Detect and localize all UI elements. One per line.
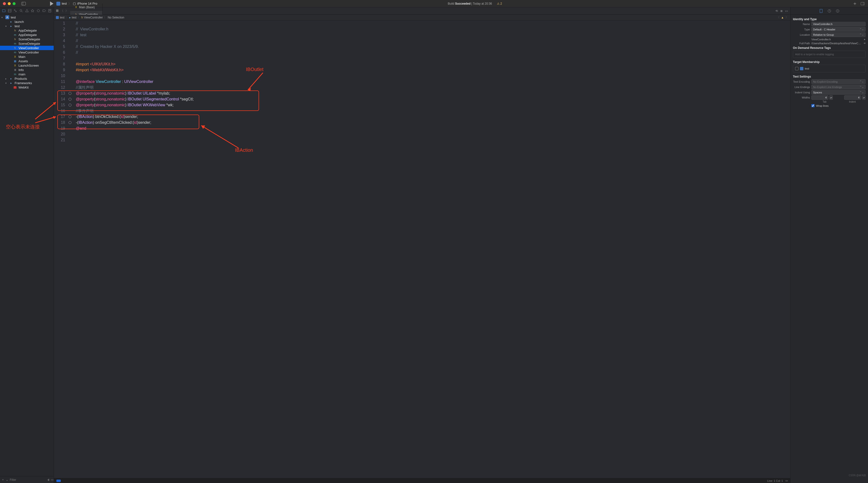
window-titlebar: test 〉 ▢ iPhone 14 Pro Build Succeeded |… xyxy=(0,0,868,7)
editor-tab-bar: ▦ 〈 〉 XMain (Base)hViewController ⟲ ≣ ▭ xyxy=(54,7,790,15)
svg-rect-0 xyxy=(22,2,26,5)
indent-width-stepper[interactable]: ▴▾ xyxy=(862,95,866,100)
issue-navigator-tab[interactable] xyxy=(25,9,29,12)
cursor-position: Line: 1 Col: 1 xyxy=(767,479,783,482)
minimize-window-button[interactable] xyxy=(8,2,11,5)
widths-label: Widths xyxy=(793,96,810,99)
jump-issue-icon[interactable]: ▲ xyxy=(781,16,784,19)
jump-seg-2[interactable]: ViewController xyxy=(84,16,103,19)
annotation-unconnected-label: 空心表示未连接 xyxy=(6,123,40,130)
fullpath-value: /Users/hackerx/Desktop/test/test/ViewCon… xyxy=(811,42,862,45)
add-files-button[interactable]: ＋ xyxy=(1,478,4,482)
tree-item-products[interactable]: ▸▸Products xyxy=(0,76,54,81)
tree-item-viewcontroller[interactable]: mViewController xyxy=(0,50,54,55)
help-inspector-tab[interactable]: ? xyxy=(836,9,840,13)
tree-root[interactable]: ▾Atest xyxy=(0,15,54,20)
fullpath-label: Full Path xyxy=(793,42,810,45)
tab-width-field[interactable]: 4 xyxy=(811,95,828,100)
tree-item-appdelegate[interactable]: mAppDelegate xyxy=(0,33,54,37)
project-tree[interactable]: ▾Atest▸launch▾▸testhAppDelegatemAppDeleg… xyxy=(0,14,54,476)
connection-indicator[interactable] xyxy=(68,104,71,107)
target-checkbox[interactable] xyxy=(795,67,799,70)
jump-app-icon xyxy=(56,16,59,19)
type-select[interactable]: Default - C Header⌃⌄ xyxy=(811,27,866,32)
source-control-tab[interactable] xyxy=(8,9,12,12)
add-tab-button[interactable]: ＋ xyxy=(852,0,857,7)
connection-indicator[interactable] xyxy=(68,98,71,101)
textsettings-section-title: Text Settings xyxy=(793,75,866,78)
connection-indicator[interactable] xyxy=(68,115,71,118)
wrap-lines-checkbox[interactable] xyxy=(811,104,814,107)
tree-item-main[interactable]: XMain xyxy=(0,55,54,59)
tree-item-appdelegate[interactable]: hAppDelegate xyxy=(0,28,54,33)
jump-next-icon[interactable]: 〉 xyxy=(785,15,788,20)
jump-seg-1[interactable]: test xyxy=(72,16,76,19)
jump-prev-icon[interactable]: 〈 xyxy=(777,15,779,20)
reveal-in-finder-icon[interactable]: ➜ xyxy=(863,41,866,45)
ondemand-placeholder: Add to a target to enable tagging xyxy=(795,53,834,56)
name-label: Name xyxy=(793,23,810,26)
file-inspector-tab[interactable] xyxy=(819,9,823,13)
build-status: Build Succeeded | Today at 20:36 xyxy=(448,2,492,5)
breakpoint-navigator-tab[interactable] xyxy=(42,9,46,12)
tree-item-main[interactable]: mmain xyxy=(0,72,54,76)
name-field[interactable]: ViewController.h xyxy=(811,22,866,26)
jump-bar[interactable]: test〉 ▸ test〉 h ViewController〉 No Selec… xyxy=(54,15,790,21)
ondemand-tags-box: Add to a target to enable tagging xyxy=(793,51,866,58)
symbol-navigator-tab[interactable] xyxy=(13,9,17,12)
textenc-select[interactable]: No Explicit Encoding⌃⌄ xyxy=(811,79,866,84)
navigator-tabs xyxy=(0,7,54,14)
toggle-navigator-icon[interactable] xyxy=(21,2,26,5)
debug-navigator-tab[interactable] xyxy=(36,9,40,12)
connection-indicator[interactable] xyxy=(68,121,71,124)
indent-width-field[interactable]: 4 xyxy=(844,95,861,100)
related-items-icon[interactable]: ▦ xyxy=(56,9,59,13)
recent-filter-icon[interactable]: ◐ xyxy=(48,478,50,481)
project-navigator-tab[interactable] xyxy=(2,9,6,12)
tree-item-info[interactable]: ≣Info xyxy=(0,67,54,72)
scm-filter-icon[interactable]: ▭ xyxy=(51,478,54,481)
wrap-lines-label: Wrap lines xyxy=(816,104,829,107)
connection-indicator[interactable] xyxy=(68,92,71,95)
tree-item-launch[interactable]: ▸launch xyxy=(0,20,54,24)
go-back-button[interactable]: 〈 xyxy=(61,9,63,13)
add-editor-icon[interactable]: ▭ xyxy=(785,9,788,12)
debug-area-toggle[interactable] xyxy=(56,480,61,482)
indent-select[interactable]: Spaces⌃⌄ xyxy=(811,90,866,94)
editor-area: ▦ 〈 〉 XMain (Base)hViewController ⟲ ≣ ▭ … xyxy=(54,7,790,483)
close-window-button[interactable] xyxy=(3,2,6,5)
run-button[interactable] xyxy=(50,1,54,6)
tree-item-launchscreen[interactable]: XLaunchScreen xyxy=(0,63,54,67)
indent-label: Indent Using xyxy=(793,91,810,94)
source-editor[interactable]: 1//2// ViewController.h3// test4//5// Cr… xyxy=(54,21,194,143)
tree-item-scenedelegate[interactable]: mSceneDelegate xyxy=(0,41,54,46)
tree-item-webkit[interactable]: 🧰WebKit xyxy=(0,85,54,89)
lineend-select[interactable]: No Explicit Line Endings⌃⌄ xyxy=(811,85,866,89)
filter-input[interactable] xyxy=(10,478,46,482)
location-select[interactable]: Relative to Group⌃⌄ xyxy=(811,32,866,37)
minimap-toggle-icon[interactable]: ▭ xyxy=(785,479,788,482)
jump-seg-0[interactable]: test xyxy=(60,16,64,19)
tree-item-test[interactable]: ▾▸test xyxy=(0,24,54,28)
window-controls xyxy=(0,2,19,5)
find-navigator-tab[interactable] xyxy=(19,9,23,12)
choose-location-icon[interactable]: ▸ xyxy=(864,38,866,41)
editor-options-icon[interactable]: ≣ xyxy=(780,9,783,12)
refresh-icon[interactable]: ⟲ xyxy=(775,9,778,12)
tree-item-viewcontroller[interactable]: hViewController xyxy=(0,46,54,50)
zoom-window-button[interactable] xyxy=(13,2,16,5)
warning-badge[interactable]: ⚠ 2 xyxy=(497,2,502,5)
toggle-inspector-icon[interactable] xyxy=(861,2,865,6)
report-navigator-tab[interactable] xyxy=(48,9,52,12)
test-navigator-tab[interactable] xyxy=(31,9,34,12)
svg-rect-2 xyxy=(861,2,864,5)
watermark: CSDN @林鸿群 xyxy=(849,474,866,477)
tree-item-assets[interactable]: ▦Assets xyxy=(0,59,54,63)
tree-item-frameworks[interactable]: ▾▸Frameworks xyxy=(0,81,54,85)
tab-width-stepper[interactable]: ▴▾ xyxy=(829,95,833,100)
editor-tab-main-base-[interactable]: XMain (Base) xyxy=(70,4,102,11)
history-inspector-tab[interactable] xyxy=(828,9,831,13)
jump-seg-3[interactable]: No Selection xyxy=(107,16,124,19)
go-forward-button[interactable]: 〉 xyxy=(65,9,68,13)
tree-item-scenedelegate[interactable]: hSceneDelegate xyxy=(0,37,54,41)
